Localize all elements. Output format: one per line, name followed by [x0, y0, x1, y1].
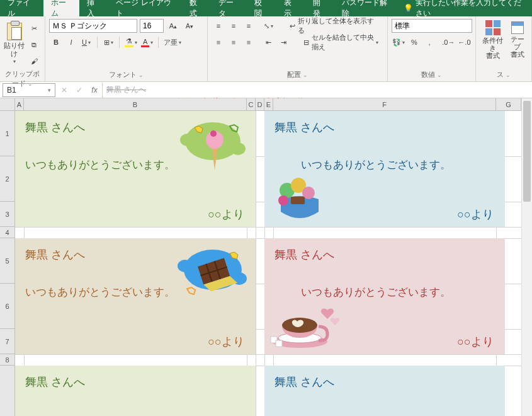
cut-button[interactable]: ✂ [28, 22, 40, 35]
col-header-E[interactable]: E [264, 98, 273, 110]
fill-color-button[interactable]: ⚗ [124, 36, 138, 49]
cancel-formula-button[interactable]: ✕ [57, 86, 72, 95]
row-header-7[interactable]: 7 [0, 329, 14, 354]
italic-button[interactable]: I [65, 36, 77, 49]
increase-font-button[interactable]: A▴ [167, 20, 179, 32]
card-2-from: ○○より [457, 207, 494, 222]
underline-button[interactable]: U [80, 36, 93, 49]
copy-button[interactable]: ⧉ [28, 38, 40, 51]
copy-icon: ⧉ [31, 41, 37, 49]
card-4: 舞黒 さんへ いつもありがとうございます。 ○○より [264, 238, 505, 354]
row-header-8[interactable]: 8 [0, 354, 14, 366]
tab-insert[interactable]: 挿入 [79, 0, 108, 16]
align-middle-button[interactable]: ≡ [227, 20, 240, 32]
bucket-icon: ⚗ [125, 37, 133, 47]
tell-me-search[interactable]: 💡 実行したい作業を入力してください [399, 0, 532, 16]
align-bottom-button[interactable]: ≡ [242, 20, 255, 32]
col-header-G[interactable]: G [496, 98, 521, 110]
chocolate-icon [174, 241, 249, 304]
percent-button[interactable]: % [408, 36, 421, 49]
scrollbar-thumb[interactable] [523, 101, 531, 202]
enter-formula-button[interactable]: ✓ [72, 86, 87, 95]
cf-label: 条件付き 書式 [480, 37, 506, 59]
card-3-from: ○○より [208, 334, 244, 349]
svg-point-12 [178, 260, 193, 272]
ribbon-tabs: ファイル ホーム 挿入 ページ レイアウト 数式 データ 校閲 表示 開発 パス… [0, 0, 532, 16]
group-label-font: フォント [49, 69, 203, 81]
vertical-scrollbar[interactable] [521, 98, 532, 416]
col-header-D[interactable]: D [256, 98, 264, 110]
card-4-from: ○○より [457, 334, 494, 349]
tab-developer[interactable]: 開発 [305, 0, 334, 16]
svg-rect-9 [291, 197, 305, 204]
paste-button[interactable]: 貼り付け ▾ [4, 23, 25, 64]
col-header-C[interactable]: C [247, 98, 256, 110]
brush-icon: 🖌 [31, 57, 38, 65]
row-header-1[interactable]: 1 [0, 111, 14, 156]
card-6: 舞黒 さんへ [264, 366, 505, 416]
format-painter-button[interactable]: 🖌 [28, 55, 40, 67]
group-font: A▴ A▾ B I U ⊞ ⚗ A ア亜 フォント [45, 16, 208, 81]
card-3: 舞黒 さんへ いつもありがとうございます。 ○○より [15, 238, 256, 354]
increase-decimal-button[interactable]: .0→ [442, 36, 455, 49]
decrease-decimal-button[interactable]: ←.0 [458, 36, 471, 49]
conditional-format-icon [485, 20, 501, 35]
card-6-to: 舞黒 さんへ [274, 374, 495, 390]
tab-review[interactable]: 校閲 [247, 0, 276, 16]
card-1: 舞黒 さんへ いつもありがとうございます。 ○○より [15, 111, 256, 227]
row-header-3[interactable]: 3 [0, 202, 14, 227]
decrease-font-button[interactable]: A▾ [183, 20, 196, 32]
col-header-F[interactable]: F [273, 98, 496, 110]
fx-icon: fx [91, 86, 97, 95]
table-format-button[interactable]: テーブ 書式 [507, 19, 528, 61]
font-size-select[interactable] [140, 19, 164, 33]
bold-button[interactable]: B [50, 36, 62, 49]
font-color-icon: A [141, 38, 149, 47]
font-family-select[interactable] [49, 19, 137, 33]
row-header-6[interactable]: 6 [0, 284, 14, 329]
formula-input[interactable]: 舞黒 さんへ [102, 82, 532, 98]
tab-view[interactable]: 表示 [276, 0, 305, 16]
conditional-format-button[interactable]: 条件付き 書式 [480, 19, 506, 61]
align-left-button[interactable]: ≡ [212, 36, 225, 49]
insert-function-button[interactable]: fx [87, 86, 102, 95]
table-label: テーブ 書式 [507, 35, 528, 58]
tab-file[interactable]: ファイル [0, 0, 43, 16]
column-headers: A B C D E F G [0, 98, 532, 111]
card-5-to: 舞黒 さんへ [25, 374, 246, 390]
orientation-button[interactable]: ⤡ [263, 20, 275, 32]
row-header-5[interactable]: 5 [0, 238, 14, 284]
select-all-corner[interactable] [0, 98, 15, 110]
name-box[interactable]: B1▾ [3, 83, 55, 97]
align-right-button[interactable]: ≡ [242, 36, 255, 49]
phonetic-button[interactable]: ア亜 [163, 36, 182, 49]
row-header-2[interactable]: 2 [0, 156, 14, 202]
tab-password[interactable]: パスワード解除 [334, 0, 399, 16]
accounting-button[interactable]: 💱 [392, 36, 405, 49]
tab-home[interactable]: ホーム [43, 0, 79, 16]
card-1-from: ○○より [208, 207, 244, 222]
decrease-indent-button[interactable]: ⇤ [262, 36, 274, 49]
tab-pagelayout[interactable]: ページ レイアウト [108, 0, 181, 16]
card-2-to: 舞黒 さんへ [274, 120, 495, 135]
svg-point-5 [210, 130, 217, 137]
number-format-select[interactable] [392, 19, 472, 33]
formula-bar: B1▾ ✕ ✓ fx 舞黒 さんへ [0, 82, 532, 98]
align-top-button[interactable]: ≡ [212, 20, 225, 32]
col-header-A[interactable]: A [15, 98, 24, 110]
row-header-4[interactable]: 4 [0, 227, 14, 238]
tab-formulas[interactable]: 数式 [182, 0, 211, 16]
tab-data[interactable]: データ [211, 0, 247, 16]
borders-button[interactable]: ⊞ [102, 36, 115, 49]
cell-grid[interactable]: 舞黒 さんへ いつもありがとうございます。 ○○より 舞黒 さんへ いつもありが… [15, 111, 532, 416]
comma-button[interactable]: , [423, 36, 436, 49]
merge-center-button[interactable]: ⊟ セルを結合して中央揃え [299, 36, 383, 49]
col-header-B[interactable]: B [24, 98, 247, 110]
group-label-styles: ス [480, 69, 528, 81]
ribbon: 貼り付け ▾ ✂ ⧉ 🖌 クリップボード A▴ A▾ B I U [0, 16, 532, 82]
x-icon: ✕ [61, 86, 67, 95]
align-center-button[interactable]: ≡ [227, 36, 240, 49]
font-color-button[interactable]: A [140, 36, 154, 49]
wrap-text-button[interactable]: ↩ 折り返して全体を表示する [285, 20, 383, 32]
increase-indent-button[interactable]: ⇥ [277, 36, 290, 49]
